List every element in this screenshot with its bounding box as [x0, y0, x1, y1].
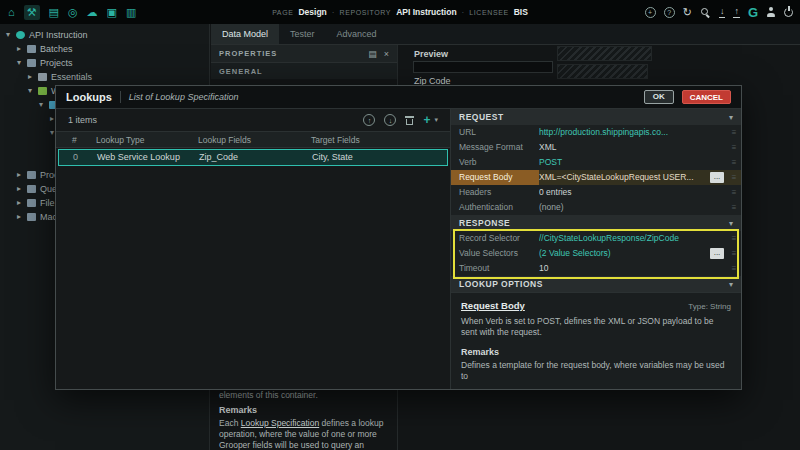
- column-header-target-fields[interactable]: Target Fields: [311, 132, 360, 148]
- topbar-left-icons: ⌂ ⚒ ▤ ◎ ☁ ▣ ▥: [8, 0, 136, 24]
- add-circle-icon[interactable]: +: [645, 7, 656, 18]
- dialog-subtitle: List of Lookup Specification: [129, 92, 239, 102]
- search-icon[interactable]: [700, 7, 711, 18]
- row-grip-icon: ≡: [727, 249, 741, 258]
- help-circle-icon[interactable]: ?: [664, 7, 675, 18]
- help-text: Each: [219, 418, 241, 428]
- row-grip-icon: ≡: [727, 143, 741, 152]
- upload-icon[interactable]: ↑: [733, 7, 740, 18]
- help-remarks-body: Defines a template for the request body,…: [461, 360, 731, 383]
- section-title: LOOKUP OPTIONS: [459, 279, 729, 289]
- tree-item-batches[interactable]: ▸ Batches: [0, 42, 209, 55]
- lookup-table-row-selected[interactable]: 0 Web Service Lookup Zip_Code City, Stat…: [58, 149, 448, 166]
- help-panel: elements of this container. Remarks Each…: [211, 389, 397, 450]
- app-root: ⌂ ⚒ ▤ ◎ ☁ ▣ ▥ PAGE Design · REPOSITORY A…: [0, 0, 800, 450]
- row-grip-icon: ≡: [727, 264, 741, 273]
- expand-arrow-icon[interactable]: ▸: [17, 212, 27, 221]
- property-row-value-selectors[interactable]: Value Selectors (2 Value Selectors) ... …: [451, 246, 741, 261]
- grooper-logo[interactable]: G: [748, 6, 758, 19]
- property-row-url[interactable]: URL http://production.shippingapis.co...…: [451, 125, 741, 140]
- property-value: 0 entries: [539, 185, 727, 200]
- expand-arrow-icon[interactable]: ▸: [28, 72, 38, 81]
- property-help-panel: Request Body Type: String When Verb is s…: [451, 292, 741, 389]
- column-header-lookup-fields[interactable]: Lookup Fields: [198, 132, 251, 148]
- topbar-breadcrumb: PAGE Design · REPOSITORY API Instruction…: [200, 0, 600, 24]
- ellipsis-button[interactable]: ...: [710, 248, 724, 259]
- save-icon[interactable]: ▤: [368, 49, 377, 59]
- repository-node-icon: [16, 31, 25, 39]
- ellipsis-button[interactable]: ...: [710, 172, 724, 183]
- review-icon[interactable]: ◎: [68, 7, 78, 18]
- lookup-specification-link[interactable]: Lookup Specification: [241, 418, 319, 428]
- download-icon[interactable]: ↓: [719, 7, 726, 18]
- property-label: Authentication: [451, 200, 539, 215]
- property-row-headers[interactable]: Headers 0 entries ≡: [451, 185, 741, 200]
- move-down-icon[interactable]: ↓: [384, 114, 396, 126]
- refresh-icon[interactable]: ↻: [683, 7, 692, 18]
- delete-icon[interactable]: [405, 115, 414, 125]
- row-grip-icon: ≡: [727, 203, 741, 212]
- expand-arrow-icon[interactable]: ▸: [17, 184, 27, 193]
- licensee-label: LICENSEE: [469, 9, 508, 16]
- power-icon[interactable]: [784, 8, 793, 17]
- tab-data-model[interactable]: Data Model: [211, 24, 279, 44]
- expand-arrow-icon[interactable]: ▸: [17, 44, 27, 53]
- preview-input[interactable]: [413, 61, 553, 73]
- property-row-message-format[interactable]: Message Format XML ≡: [451, 140, 741, 155]
- cancel-button[interactable]: CANCEL: [682, 90, 731, 104]
- move-up-icon[interactable]: ↑: [363, 114, 375, 126]
- design-icon[interactable]: ⚒: [24, 5, 40, 20]
- column-header-lookup-type[interactable]: Lookup Type: [96, 132, 145, 148]
- jobs-icon[interactable]: ▣: [107, 7, 117, 18]
- column-header-num[interactable]: #: [72, 132, 77, 148]
- close-icon[interactable]: ×: [384, 49, 389, 59]
- request-section-header[interactable]: REQUEST ▾: [451, 109, 741, 125]
- tab-advanced[interactable]: Advanced: [326, 24, 388, 44]
- project-icon: [38, 87, 47, 95]
- property-row-request-body[interactable]: Request Body XML=<CityStateLookupRequest…: [451, 170, 741, 185]
- property-row-verb[interactable]: Verb POST ≡: [451, 155, 741, 170]
- property-value: (none): [539, 200, 727, 215]
- add-dropdown-caret-icon[interactable]: ▾: [434, 116, 438, 124]
- imports-icon[interactable]: ☁: [87, 7, 98, 18]
- property-value: //CityStateLookupResponse/ZipCode: [539, 231, 727, 246]
- property-grid-pane: REQUEST ▾ URL http://production.shipping…: [451, 109, 741, 389]
- help-remarks-paragraph: Each Lookup Specification defines a look…: [219, 418, 390, 450]
- tree-item-label: API Instruction: [29, 30, 88, 40]
- expand-arrow-icon[interactable]: ▸: [17, 170, 27, 179]
- repository-label: REPOSITORY: [339, 9, 391, 16]
- lookup-options-section-header[interactable]: LOOKUP OPTIONS ▾: [451, 276, 741, 292]
- expand-arrow-icon[interactable]: ▾: [17, 58, 27, 67]
- expand-arrow-icon[interactable]: ▾: [6, 30, 16, 39]
- batches-icon[interactable]: ▤: [49, 7, 59, 18]
- ok-button[interactable]: OK: [644, 90, 674, 104]
- expand-arrow-icon[interactable]: ▾: [39, 100, 49, 109]
- add-icon[interactable]: +: [423, 114, 430, 126]
- expand-arrow-icon[interactable]: ▸: [17, 198, 27, 207]
- expand-arrow-icon[interactable]: ▾: [28, 86, 38, 95]
- tree-item-essentials[interactable]: ▸ Essentials: [0, 70, 209, 83]
- folder-icon: [27, 45, 36, 53]
- striped-placeholder-panel: [557, 64, 648, 79]
- chevron-down-icon: ▾: [729, 280, 733, 289]
- property-value: (2 Value Selectors): [539, 246, 710, 261]
- section-title: REQUEST: [459, 112, 729, 122]
- dialog-title: Lookups: [66, 91, 112, 103]
- stats-icon[interactable]: ▥: [126, 7, 136, 18]
- tree-item-api-instruction[interactable]: ▾ API Instruction: [0, 28, 209, 41]
- general-title: GENERAL: [219, 67, 263, 76]
- tree-item-projects[interactable]: ▾ Projects: [0, 56, 209, 69]
- row-grip-icon: ≡: [727, 173, 741, 182]
- folder-icon: [27, 171, 36, 179]
- general-section-header[interactable]: GENERAL: [211, 63, 397, 79]
- property-row-timeout[interactable]: Timeout 10 ≡: [451, 261, 741, 276]
- cell-target-fields: City, State: [312, 150, 353, 165]
- property-row-authentication[interactable]: Authentication (none) ≡: [451, 200, 741, 215]
- user-icon[interactable]: [766, 7, 776, 17]
- licensee-value: BIS: [514, 7, 528, 17]
- property-row-record-selector[interactable]: Record Selector //CityStateLookupRespons…: [451, 231, 741, 246]
- response-section-header[interactable]: RESPONSE ▾: [451, 215, 741, 231]
- tab-tester[interactable]: Tester: [279, 24, 326, 44]
- home-icon[interactable]: ⌂: [8, 7, 15, 18]
- preview-title: Preview: [414, 49, 448, 59]
